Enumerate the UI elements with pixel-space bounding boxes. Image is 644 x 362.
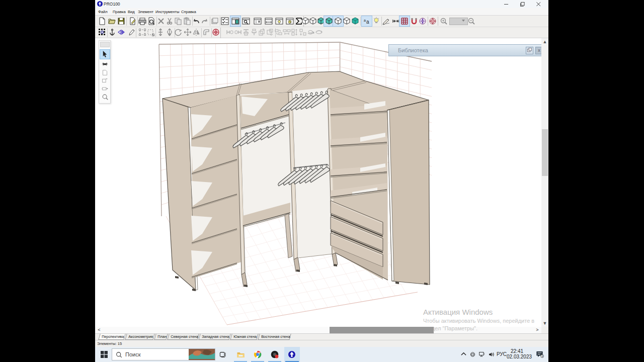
- svg-text:1: 1: [541, 354, 543, 357]
